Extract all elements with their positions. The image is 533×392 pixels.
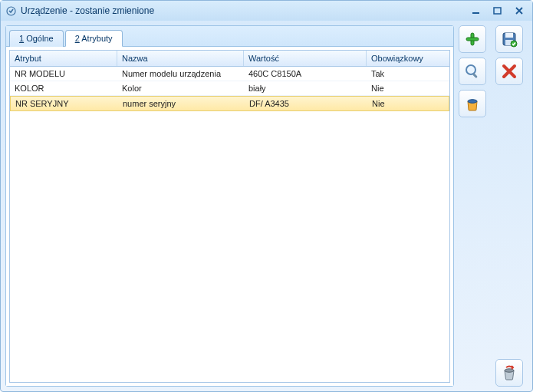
col-attribute[interactable]: Atrybut — [10, 51, 117, 66]
cell-name: Kolor — [117, 81, 244, 95]
tab-label: Ogólne — [26, 34, 53, 43]
app-icon — [5, 5, 16, 16]
tab-hotkey: 1 — [19, 34, 24, 43]
x-icon — [501, 63, 518, 80]
window-buttons — [468, 5, 528, 17]
tab-general[interactable]: 1 Ogólne — [9, 30, 64, 47]
exit-button[interactable] — [495, 359, 523, 387]
cell-value: DF/ A3435 — [245, 97, 367, 110]
svg-rect-2 — [494, 8, 501, 14]
grid-header: Atrybut Nazwa Wartość Obowiązkowy — [10, 51, 449, 67]
cell-required: Tak — [367, 67, 443, 81]
svg-rect-1 — [472, 12, 479, 14]
cell-required: Nie — [367, 97, 444, 110]
svg-point-12 — [505, 369, 514, 372]
cell-attribute: NR SERYJNY — [11, 97, 118, 110]
cell-attribute: NR MODELU — [10, 67, 117, 81]
bin-icon — [464, 95, 481, 112]
window-title: Urządzenie - zostanie zmienione — [21, 5, 468, 16]
diskette-icon — [501, 31, 518, 48]
cell-attribute: KOLOR — [10, 81, 117, 95]
col-required[interactable]: Obowiązkowy — [367, 51, 443, 66]
toolbar-inner — [459, 25, 491, 387]
grid-body: NR MODELU Numer modelu urządzenia 460C C… — [10, 67, 449, 382]
cell-name: numer seryjny — [118, 97, 245, 110]
tabstrip: 1 Ogólne 2 Atrybuty — [6, 26, 453, 47]
table-row[interactable]: NR MODELU Numer modelu urządzenia 460C C… — [10, 67, 449, 81]
add-button[interactable] — [459, 25, 486, 53]
cell-value: biały — [244, 81, 367, 95]
col-value[interactable]: Wartość — [244, 51, 367, 66]
titlebar: Urządzenie - zostanie zmienione — [1, 1, 532, 21]
cell-required: Nie — [367, 81, 443, 95]
svg-point-7 — [468, 100, 477, 104]
minimize-button[interactable] — [468, 5, 485, 17]
recycle-bin-icon — [501, 364, 518, 381]
window: Urządzenie - zostanie zmienione 1 Ogólne… — [0, 0, 533, 392]
col-name[interactable]: Nazwa — [117, 51, 244, 66]
close-window-button[interactable] — [511, 5, 528, 17]
tab-content: Atrybut Nazwa Wartość Obowiązkowy NR MOD… — [6, 47, 453, 386]
table-row[interactable]: NR SERYJNY numer seryjny DF/ A3435 Nie — [10, 96, 449, 111]
spacer — [495, 90, 528, 354]
cancel-button[interactable] — [495, 58, 523, 85]
maximize-button[interactable] — [489, 5, 506, 17]
plus-icon — [464, 31, 481, 48]
cell-name: Numer modelu urządzenia — [117, 67, 244, 81]
svg-rect-4 — [466, 38, 479, 41]
toolbar-outer — [495, 25, 528, 387]
client-area: 1 Ogólne 2 Atrybuty Atrybut Nazwa Wartoś… — [1, 21, 532, 391]
table-row[interactable]: KOLOR Kolor biały Nie — [10, 81, 449, 96]
tab-attributes[interactable]: 2 Atrybuty — [65, 30, 123, 47]
cell-value: 460C C8150A — [244, 67, 367, 81]
tab-label: Atrybuty — [81, 34, 112, 43]
magnifier-icon — [464, 63, 481, 80]
svg-point-5 — [466, 65, 475, 74]
save-button[interactable] — [495, 25, 523, 53]
bin-button[interactable] — [459, 90, 486, 117]
main-panel: 1 Ogólne 2 Atrybuty Atrybut Nazwa Wartoś… — [5, 25, 454, 387]
find-button[interactable] — [459, 58, 486, 85]
attributes-grid[interactable]: Atrybut Nazwa Wartość Obowiązkowy NR MOD… — [9, 50, 450, 383]
tab-hotkey: 2 — [75, 34, 80, 43]
svg-rect-9 — [505, 33, 513, 38]
